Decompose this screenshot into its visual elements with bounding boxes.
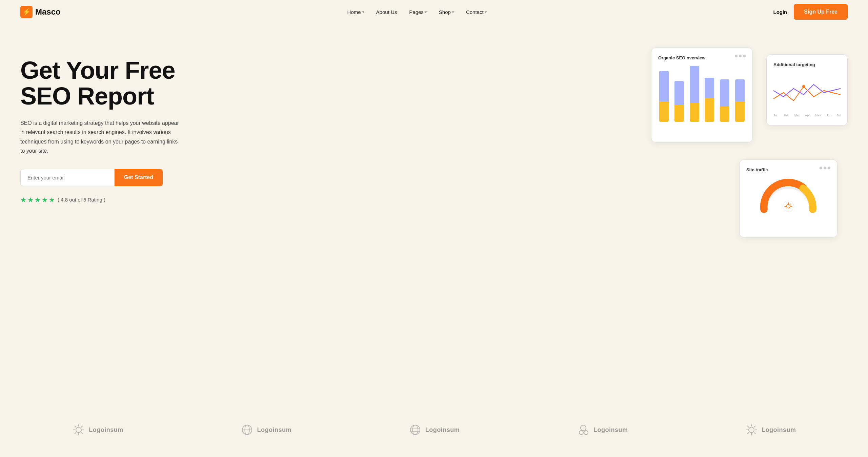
nav-item-home[interactable]: Home ▾ [347, 9, 364, 15]
logo-name-3: Logoinsum [425, 426, 460, 434]
hero-description: SEO is a digital marketing strategy that… [20, 118, 183, 155]
star-5: ★ [49, 196, 55, 204]
brand-name: Masco [35, 7, 61, 17]
tdot-3 [828, 167, 830, 169]
hero-content: Get Your Free SEO Report SEO is a digita… [20, 44, 183, 204]
nav-item-about[interactable]: About Us [376, 9, 397, 15]
tdot-1 [820, 167, 822, 169]
svg-point-26 [749, 427, 754, 433]
logo-globe-icon-2 [240, 423, 254, 437]
bar-bottom-3 [705, 98, 714, 122]
bar-bottom-4 [720, 107, 729, 122]
email-input[interactable] [20, 169, 115, 186]
hero-title: Get Your Free SEO Report [20, 58, 183, 109]
card-menu-dots [735, 55, 746, 57]
login-button[interactable]: Login [773, 9, 787, 15]
logos-section: Logoinsum Logoinsum Logoinsum Logoinsum [0, 416, 868, 447]
logo-item-5: Logoinsum [745, 423, 796, 437]
x-label-apr: Apr [805, 114, 810, 117]
dot-1 [735, 55, 738, 57]
svg-line-13 [81, 432, 83, 434]
x-axis-labels: Jun Feb Mar Apr May Jun Jul [773, 114, 841, 117]
nav-links: Home ▾ About Us Pages ▾ Shop ▾ Contact ▾ [347, 9, 487, 15]
bar-top-5 [735, 79, 745, 101]
bar-group-2 [688, 66, 700, 122]
nav-item-pages[interactable]: Pages ▾ [409, 9, 427, 15]
bar-bottom-5 [735, 101, 745, 122]
logo-name-4: Logoinsum [593, 426, 628, 434]
bar-top-1 [674, 81, 684, 105]
rating: ★ ★ ★ ★ ★ ( 4.8 out of 5 Rating ) [20, 196, 183, 204]
svg-point-0 [802, 85, 805, 88]
svg-line-32 [754, 432, 755, 434]
bar-bottom-2 [690, 103, 699, 122]
bar-top-4 [720, 79, 729, 107]
svg-line-15 [75, 432, 76, 434]
dot-2 [739, 55, 742, 57]
bar-top-2 [690, 66, 699, 103]
traffic-card-title: Site traffic [746, 167, 768, 172]
star-3: ★ [35, 196, 41, 204]
svg-point-19 [410, 425, 420, 435]
dot-3 [743, 55, 746, 57]
targeting-card-title: Additional targeting [773, 62, 815, 67]
logo-item-3: Logoinsum [408, 423, 460, 437]
logo-name-2: Logoinsum [257, 426, 292, 434]
svg-line-34 [747, 432, 749, 434]
gauge-chart [746, 175, 830, 213]
x-label-jul: Jul [836, 114, 841, 117]
chevron-down-icon: ▾ [362, 10, 364, 14]
svg-line-33 [754, 426, 755, 427]
logo-icon: ⚡ [20, 6, 33, 18]
seo-card-title: Organic SEO overview [658, 55, 705, 60]
x-label-jun: Jun [773, 114, 779, 117]
traffic-card: Site traffic [739, 159, 837, 237]
logo-sun-icon-5 [745, 423, 758, 437]
svg-line-12 [75, 426, 76, 427]
gauge-svg [758, 175, 819, 213]
svg-line-14 [81, 426, 83, 427]
svg-line-31 [747, 426, 749, 427]
star-rating: ★ ★ ★ ★ ★ [20, 196, 55, 204]
svg-point-20 [412, 425, 418, 435]
bar-group-4 [719, 79, 731, 122]
bar-bottom-1 [674, 105, 684, 122]
logo-sun-icon-1 [72, 423, 85, 437]
brand-logo[interactable]: ⚡ Masco [20, 6, 61, 18]
seo-overview-card: Organic SEO overview [651, 47, 753, 142]
hero-charts: Organic SEO overview Additional targetin… [651, 47, 848, 237]
bar-group-0 [658, 71, 670, 122]
logo-item-2: Logoinsum [240, 423, 292, 437]
bar-bottom-0 [659, 101, 669, 122]
navigation: ⚡ Masco Home ▾ About Us Pages ▾ Shop ▾ [0, 0, 868, 24]
x-label-jun2: Jun [826, 114, 831, 117]
logo-name-1: Logoinsum [89, 426, 123, 434]
nav-item-contact[interactable]: Contact ▾ [466, 9, 487, 15]
nav-item-shop[interactable]: Shop ▾ [439, 9, 454, 15]
line-chart [773, 70, 841, 111]
signup-button[interactable]: Sign Up Free [794, 4, 848, 20]
targeting-card: Additional targeting Jun Feb Mar Apr May… [766, 54, 848, 126]
chevron-down-icon: ▾ [485, 10, 487, 14]
logo-name-5: Logoinsum [762, 426, 796, 434]
nav-actions: Login Sign Up Free [773, 4, 848, 20]
bar-top-3 [705, 78, 714, 98]
x-label-may: May [815, 114, 821, 117]
email-form: Get Started [20, 169, 163, 186]
logo-item-1: Logoinsum [72, 423, 123, 437]
rating-text: ( 4.8 out of 5 Rating ) [58, 197, 105, 203]
star-4: ★ [42, 196, 48, 204]
get-started-button[interactable]: Get Started [115, 169, 163, 186]
bar-group-1 [673, 81, 685, 122]
card-menu-dots-traffic [820, 167, 830, 169]
tdot-2 [824, 167, 826, 169]
svg-point-23 [581, 425, 586, 431]
bar-group-3 [704, 78, 715, 122]
logo-globe-icon-3 [408, 423, 422, 437]
bar-group-5 [734, 79, 746, 122]
bar-top-0 [659, 71, 669, 101]
logo-abstract-icon-4 [577, 423, 590, 437]
bar-chart [658, 61, 746, 122]
svg-point-25 [584, 431, 588, 435]
x-label-mar: Mar [794, 114, 800, 117]
